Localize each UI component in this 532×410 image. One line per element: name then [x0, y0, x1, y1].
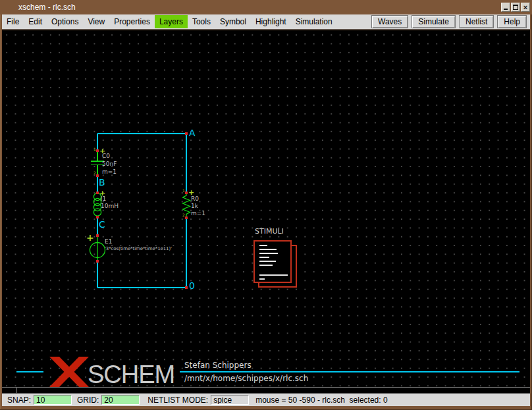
vsource-plus: +	[86, 233, 94, 242]
title-block-cyan-line-right	[180, 371, 519, 372]
waves-button[interactable]: Waves	[371, 15, 408, 28]
wire-top[interactable]	[97, 133, 187, 134]
wire-bottom[interactable]	[97, 287, 187, 288]
menu-layers[interactable]: Layers	[155, 15, 188, 28]
pin-square	[185, 286, 188, 289]
menubar: File Edit Options View Properties Layers…	[2, 14, 530, 30]
net-label-b[interactable]: B	[99, 178, 105, 187]
net-label-a[interactable]: A	[189, 128, 196, 138]
resistor-mult: m=1	[191, 211, 205, 217]
title-block-vline	[16, 388, 17, 393]
maximize-icon	[513, 5, 518, 10]
netlist-button[interactable]: Netlist	[459, 15, 494, 28]
stimuli-text-line	[259, 257, 269, 258]
vsource-value: '3*cos(time*time*time*1e11)'	[105, 247, 172, 251]
mouse-status-text: mouse = 50 -590 - rlc.sch selected: 0	[255, 396, 387, 405]
pin-square	[185, 217, 188, 219]
minimize-button[interactable]	[501, 3, 510, 12]
author-text: Stefan Schippers	[184, 361, 252, 370]
toolbar-buttons: Waves Simulate Netlist Help	[371, 15, 527, 28]
wire-left-1[interactable]	[97, 134, 97, 151]
pin-square	[96, 234, 99, 237]
vsource-name: E1	[105, 239, 112, 245]
statusbar: SNAP: GRID: NETLIST MODE: mouse = 50 -59…	[2, 393, 530, 406]
resistor-name: R0	[191, 196, 199, 202]
capacitor-name: C0	[102, 153, 110, 159]
window-title: xschem - rlc.sch	[18, 3, 76, 12]
simulate-button[interactable]: Simulate	[412, 15, 456, 28]
pin-square	[185, 132, 188, 135]
menu-simulation[interactable]: Simulation	[291, 15, 337, 28]
minimize-icon	[504, 9, 508, 10]
title-block-hline	[2, 387, 530, 388]
snap-input[interactable]	[34, 395, 72, 405]
grid-input[interactable]	[101, 395, 140, 405]
menu-options[interactable]: Options	[47, 15, 83, 28]
stimuli-label: STIMULI	[255, 228, 284, 235]
menu-highlight[interactable]: Highlight	[251, 15, 291, 28]
net-label-ground[interactable]: 0	[189, 281, 195, 290]
pin-square	[96, 149, 99, 152]
wire-right-2[interactable]	[186, 218, 186, 288]
stimuli-text-line	[259, 261, 276, 262]
wire-right-1[interactable]	[186, 134, 186, 193]
menu-tools[interactable]: Tools	[188, 15, 215, 28]
capacitor-value: 50nF	[102, 161, 117, 167]
netlist-mode-input[interactable]	[211, 395, 249, 405]
menu-file[interactable]: File	[2, 15, 24, 28]
menu-edit[interactable]: Edit	[24, 15, 47, 28]
schematic-canvas[interactable]: A B C 0 + 1 2 C0 50nF m=1	[2, 30, 530, 393]
pin-square	[96, 216, 99, 218]
stimuli-text-line	[259, 253, 278, 254]
xschem-logo-x	[49, 357, 89, 387]
close-button[interactable]: ×	[521, 3, 530, 12]
xschem-logo-text: SCHEM	[88, 362, 174, 387]
capacitor-lead-top	[97, 151, 97, 161]
stimuli-front-rect	[253, 240, 292, 283]
stimuli-text-line	[259, 278, 265, 280]
pin-square	[185, 192, 188, 194]
netlist-mode-label: NETLIST MODE:	[147, 396, 208, 405]
snap-label: SNAP:	[7, 396, 31, 405]
inductor-name: l1	[101, 196, 106, 202]
pin-square	[96, 192, 99, 194]
titlebar[interactable]: xschem - rlc.sch ×	[0, 0, 532, 14]
pin-square	[96, 260, 99, 263]
menu-symbol[interactable]: Symbol	[215, 15, 251, 28]
menu-properties[interactable]: Properties	[109, 15, 155, 28]
close-icon: ×	[521, 3, 529, 11]
stimuli-text-line	[259, 245, 267, 246]
xschem-window: xschem - rlc.sch × File Edit Options Vie…	[0, 0, 532, 410]
capacitor-mult: m=1	[102, 169, 117, 175]
resistor-value: 1k	[191, 203, 198, 209]
stimuli-text-line	[259, 265, 273, 266]
wire-left-3[interactable]	[97, 218, 97, 236]
help-button[interactable]: Help	[497, 15, 527, 28]
stimuli-text-line	[259, 274, 288, 276]
maximize-button[interactable]	[511, 3, 520, 12]
inductor-value: 10mH	[101, 203, 119, 209]
wire-left-4[interactable]	[97, 262, 97, 288]
file-path-text: /mnt/x/home/schippes/x/rlc.sch	[184, 374, 308, 383]
title-block-cyan-line-left	[16, 371, 43, 372]
menu-view[interactable]: View	[83, 15, 109, 28]
net-label-c[interactable]: C	[99, 220, 105, 229]
window-controls: ×	[501, 3, 530, 12]
stimuli-text-line	[259, 249, 277, 250]
grid-label: GRID:	[77, 396, 99, 405]
pin-square	[96, 174, 99, 177]
